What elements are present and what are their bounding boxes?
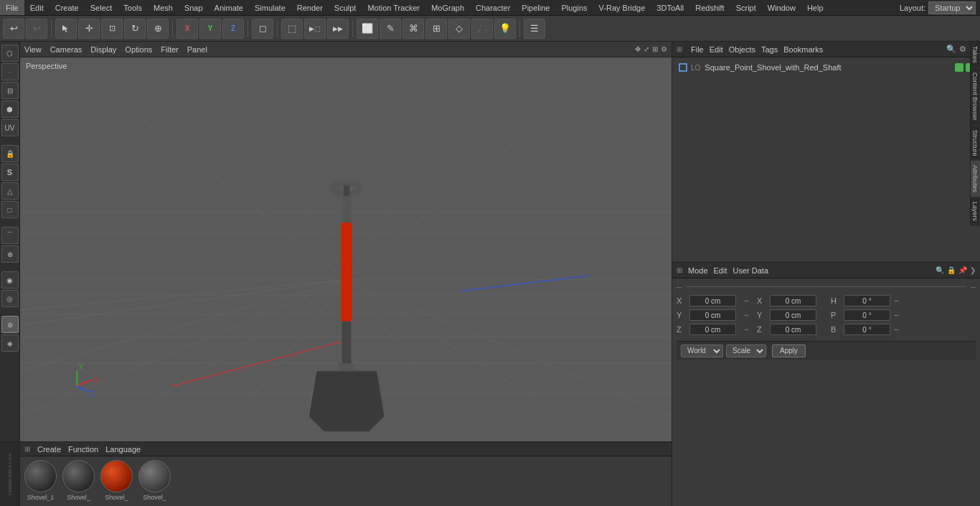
obj-menu-file[interactable]: File bbox=[691, 45, 704, 54]
cube-tool[interactable]: ⬜ bbox=[357, 19, 378, 39]
menu-vray[interactable]: V-Ray Bridge bbox=[593, 0, 651, 15]
menu-redshift[interactable]: Redshift bbox=[689, 0, 730, 15]
mat-menu-function[interactable]: Function bbox=[68, 445, 98, 454]
render-view[interactable]: ▶⬚ bbox=[304, 19, 326, 39]
obj-menu-objects[interactable]: Objects bbox=[729, 45, 755, 54]
sidebar-uv-mode[interactable]: UV bbox=[1, 119, 19, 136]
mat-menu-language[interactable]: Language bbox=[105, 445, 141, 454]
sidebar-tri[interactable]: △ bbox=[1, 182, 19, 200]
menu-window[interactable]: Window bbox=[762, 0, 801, 15]
viewport-canvas[interactable]: X Y Z Perspective Grid Spacing : 100 cm bbox=[20, 57, 672, 472]
attr-menu-edit[interactable]: Edit bbox=[714, 266, 727, 275]
tab-attributes[interactable]: Attributes bbox=[971, 161, 980, 197]
move-tool[interactable]: ✛ bbox=[78, 19, 100, 39]
attr-more-icon[interactable]: ❯ bbox=[970, 266, 976, 274]
object-item-shovel[interactable]: LO Square_Point_Shovel_with_Red_Shaft bbox=[675, 60, 977, 75]
layout-dropdown[interactable]: Startup bbox=[928, 1, 976, 14]
apply-button[interactable]: Apply bbox=[772, 345, 806, 357]
attr-lock-icon[interactable]: 🔒 bbox=[947, 266, 956, 274]
menu-mesh[interactable]: Mesh bbox=[148, 0, 179, 15]
sidebar-sculpt2[interactable]: ◎ bbox=[1, 290, 19, 307]
menu-snap[interactable]: Snap bbox=[179, 0, 209, 15]
viewport-corner-move[interactable]: ✥ bbox=[635, 45, 641, 53]
coord-y-rot[interactable] bbox=[770, 309, 816, 321]
viewport-corner-arrows[interactable]: ⤢ bbox=[644, 45, 649, 53]
coord-z-rot[interactable] bbox=[770, 324, 816, 335]
coord-z-pos[interactable] bbox=[689, 324, 736, 335]
attr-search-icon[interactable]: 🔍 bbox=[936, 266, 944, 274]
material-item-4[interactable]: Shovel_ bbox=[138, 460, 171, 501]
poly-tool[interactable]: ⊕ bbox=[147, 19, 169, 39]
viewport-menu-options[interactable]: Options bbox=[125, 45, 152, 54]
object-mode[interactable]: ◻ bbox=[252, 19, 273, 39]
tab-structure[interactable]: Structure bbox=[971, 126, 980, 161]
sidebar-expand[interactable]: ⊕ bbox=[1, 245, 19, 263]
attr-menu-userdata[interactable]: User Data bbox=[733, 266, 769, 275]
sidebar-brush[interactable]: ⊛ bbox=[1, 316, 19, 333]
sidebar-lock[interactable]: 🔒 bbox=[1, 145, 19, 162]
coord-y-pos[interactable] bbox=[689, 309, 736, 321]
viewport-menu-panel[interactable]: Panel bbox=[187, 45, 207, 54]
attr-pin-icon[interactable]: 📌 bbox=[958, 266, 967, 274]
scene-tool[interactable]: ☰ bbox=[524, 19, 545, 39]
world-dropdown[interactable]: World Object bbox=[681, 345, 723, 357]
coord-x-rot[interactable] bbox=[770, 295, 816, 306]
rotate-tool[interactable]: ↻ bbox=[124, 19, 146, 39]
viewport-corner-layout[interactable]: ⊞ bbox=[652, 45, 658, 53]
menu-character[interactable]: Character bbox=[470, 0, 516, 15]
obj-menu-tags[interactable]: Tags bbox=[761, 45, 778, 54]
light-tool[interactable]: 💡 bbox=[494, 19, 516, 39]
sidebar-bend[interactable]: ⌒ bbox=[1, 227, 19, 244]
menu-animate[interactable]: Animate bbox=[209, 0, 249, 15]
viewport-menu-display[interactable]: Display bbox=[90, 45, 116, 54]
coord-x-pos[interactable] bbox=[689, 295, 736, 306]
sidebar-point-mode[interactable]: · bbox=[1, 63, 19, 80]
sidebar-poly-mode[interactable]: ⬢ bbox=[1, 100, 19, 118]
undo-btn[interactable]: ↩ bbox=[3, 19, 24, 39]
render-all[interactable]: ▶▶ bbox=[327, 19, 349, 39]
menu-tools[interactable]: Tools bbox=[118, 0, 148, 15]
render-region[interactable]: ⬚ bbox=[281, 19, 303, 39]
sidebar-fill[interactable]: ◈ bbox=[1, 334, 19, 352]
deform-tool[interactable]: ⊞ bbox=[425, 19, 447, 39]
attr-menu-mode[interactable]: Mode bbox=[688, 266, 708, 275]
material-item-3[interactable]: Shovel_ bbox=[100, 460, 133, 501]
select-tool[interactable] bbox=[55, 19, 77, 39]
obj-menu-bookmarks[interactable]: Bookmarks bbox=[783, 45, 823, 54]
menu-motion-tracker[interactable]: Motion Tracker bbox=[362, 0, 425, 15]
obj-dot-visible[interactable] bbox=[955, 63, 963, 72]
menu-simulate[interactable]: Simulate bbox=[249, 0, 291, 15]
menu-pipeline[interactable]: Pipeline bbox=[516, 0, 555, 15]
obj-search-icon[interactable]: 🔍 bbox=[946, 44, 956, 54]
viewport-menu-filter[interactable]: Filter bbox=[161, 45, 178, 54]
nurbs-tool[interactable]: ⌘ bbox=[402, 19, 424, 39]
sidebar-s[interactable]: S bbox=[1, 164, 19, 181]
environment-tool[interactable]: ◇ bbox=[448, 19, 470, 39]
menu-select[interactable]: Select bbox=[85, 0, 118, 15]
coord-h[interactable] bbox=[844, 295, 890, 306]
redo-btn[interactable]: ↩ bbox=[26, 19, 47, 39]
pen-tool[interactable]: ✎ bbox=[380, 19, 401, 39]
menu-3dtoall[interactable]: 3DToAll bbox=[651, 0, 689, 15]
scale-dropdown[interactable]: Scale bbox=[726, 345, 766, 357]
coord-p[interactable] bbox=[844, 309, 890, 321]
mat-menu-create[interactable]: Create bbox=[37, 445, 61, 454]
obj-menu-edit[interactable]: Edit bbox=[710, 45, 723, 54]
tab-layers[interactable]: Layers bbox=[971, 197, 980, 226]
obj-filter-icon[interactable]: ⚙ bbox=[959, 44, 966, 54]
menu-edit[interactable]: Edit bbox=[24, 0, 50, 15]
coord-b[interactable] bbox=[844, 324, 890, 335]
sidebar-edge-mode[interactable]: ⊟ bbox=[1, 82, 19, 99]
menu-create[interactable]: Create bbox=[50, 0, 85, 15]
viewport-corner-settings[interactable]: ⚙ bbox=[661, 45, 667, 53]
sidebar-sculpt1[interactable]: ◉ bbox=[1, 271, 19, 289]
tab-content-browser[interactable]: Content Browser bbox=[971, 68, 980, 126]
axis-y[interactable]: Y bbox=[199, 19, 221, 39]
menu-plugins[interactable]: Plugins bbox=[555, 0, 593, 15]
scale-tool[interactable]: ⊡ bbox=[101, 19, 123, 39]
material-item-1[interactable]: Shovel_1 bbox=[24, 460, 57, 501]
viewport-menu-cameras[interactable]: Cameras bbox=[50, 45, 83, 54]
menu-file[interactable]: File bbox=[0, 0, 24, 15]
menu-render[interactable]: Render bbox=[291, 0, 329, 15]
menu-mograph[interactable]: MoGraph bbox=[425, 0, 470, 15]
